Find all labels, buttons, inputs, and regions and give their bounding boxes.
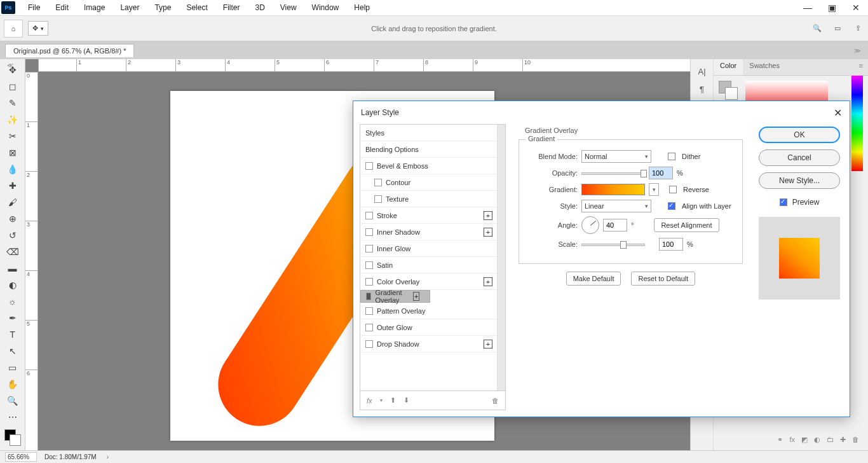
style-row-blending-options[interactable]: Blending Options <box>360 141 505 158</box>
menu-select[interactable]: Select <box>179 3 215 12</box>
move-up-icon[interactable]: ⬆ <box>390 396 396 404</box>
align-layer-checkbox[interactable] <box>668 202 675 210</box>
crop-tool[interactable]: ✂ <box>5 129 20 143</box>
panel-menu-icon[interactable]: ≡ <box>854 59 868 75</box>
foreground-background-swatch[interactable] <box>719 81 738 100</box>
frame-tool[interactable]: ⊠ <box>5 146 20 160</box>
link-icon[interactable]: ⚭ <box>777 436 783 444</box>
eyedropper-tool[interactable]: 💧 <box>5 162 20 176</box>
style-row-stroke[interactable]: Stroke+ <box>360 207 505 224</box>
add-effect-icon[interactable]: + <box>484 228 492 237</box>
marquee-tool[interactable]: ◻ <box>5 79 20 93</box>
gradient-editor[interactable] <box>581 184 645 195</box>
blur-tool[interactable]: ◐ <box>5 278 20 292</box>
adjustment-icon[interactable]: ◐ <box>814 436 820 444</box>
character-panel-icon[interactable]: A| <box>698 67 705 79</box>
new-layer-icon[interactable]: ✚ <box>840 436 846 444</box>
style-checkbox[interactable] <box>365 307 373 315</box>
trash-icon[interactable]: 🗑 <box>852 436 859 444</box>
shape-tool[interactable]: ▭ <box>5 361 20 375</box>
gradient-dropdown[interactable]: ▾ <box>649 183 659 196</box>
menu-layer[interactable]: Layer <box>112 3 147 12</box>
opacity-slider[interactable] <box>581 172 645 175</box>
reverse-checkbox[interactable] <box>669 186 677 193</box>
move-down-icon[interactable]: ⬇ <box>403 396 409 404</box>
home-button[interactable]: ⌂ <box>4 20 23 38</box>
gradient-tool[interactable]: ▬ <box>5 261 20 275</box>
style-row-texture[interactable]: Texture <box>360 191 505 207</box>
heal-tool[interactable]: ✚ <box>5 179 20 193</box>
angle-input[interactable] <box>603 219 627 232</box>
hand-tool[interactable]: ✋ <box>5 377 20 391</box>
hue-strip[interactable] <box>851 76 863 171</box>
menu-view[interactable]: View <box>273 3 304 12</box>
maximize-button[interactable]: ▣ <box>820 0 844 16</box>
dither-checkbox[interactable] <box>668 153 675 160</box>
menu-3d[interactable]: 3D <box>247 3 272 12</box>
menu-image[interactable]: Image <box>76 3 112 12</box>
collapse-tool-icon[interactable]: ≪ <box>1 62 20 68</box>
make-default-button[interactable]: Make Default <box>566 272 621 286</box>
workspace-icon[interactable]: ▭ <box>831 22 844 35</box>
add-effect-icon[interactable]: + <box>484 277 492 286</box>
search-icon[interactable]: 🔍 <box>811 22 824 35</box>
style-checkbox[interactable] <box>365 228 373 236</box>
add-effect-icon[interactable]: + <box>484 211 492 220</box>
minimize-button[interactable]: — <box>796 0 820 16</box>
style-checkbox[interactable] <box>365 212 373 219</box>
path-tool[interactable]: ↖ <box>5 344 20 358</box>
menu-file[interactable]: File <box>20 3 48 12</box>
mask-icon[interactable]: ◩ <box>801 436 808 444</box>
style-checkbox[interactable] <box>365 278 373 286</box>
style-row-gradient-overlay[interactable]: Gradient Overlay+ <box>360 290 430 303</box>
type-tool[interactable]: T <box>5 328 20 342</box>
add-effect-icon[interactable]: + <box>413 292 419 301</box>
dialog-titlebar[interactable]: Layer Style ✕ <box>353 101 850 124</box>
zoom-tool[interactable]: 🔍 <box>5 394 20 408</box>
dodge-tool[interactable]: ☼ <box>5 294 20 308</box>
style-select[interactable]: Linear▾ <box>581 200 651 212</box>
menu-window[interactable]: Window <box>304 3 347 12</box>
tab-swatches[interactable]: Swatches <box>743 59 786 75</box>
ok-button[interactable]: OK <box>759 127 840 143</box>
scale-slider[interactable] <box>581 244 645 246</box>
wand-tool[interactable]: ✨ <box>5 113 20 127</box>
angle-dial[interactable] <box>581 216 599 234</box>
style-checkbox[interactable] <box>374 195 382 203</box>
tab-color[interactable]: Color <box>714 59 743 75</box>
menu-type[interactable]: Type <box>147 3 179 12</box>
move-tool-dropdown[interactable]: ✥▾ <box>28 21 48 36</box>
fx-icon[interactable]: fx <box>789 436 795 444</box>
style-row-contour[interactable]: Contour <box>360 174 505 191</box>
close-icon[interactable]: ✕ <box>834 107 842 119</box>
style-checkbox[interactable] <box>365 340 373 348</box>
document-tab[interactable]: Original.psd @ 65.7% (A, RGB/8#) * <box>5 44 134 57</box>
color-swatch[interactable] <box>4 429 21 446</box>
stamp-tool[interactable]: ⊕ <box>5 212 20 226</box>
style-row-inner-glow[interactable]: Inner Glow <box>360 240 505 257</box>
style-checkbox[interactable] <box>374 179 382 186</box>
style-checkbox[interactable] <box>365 261 373 269</box>
fx-icon[interactable]: fx <box>367 397 372 404</box>
style-row-outer-glow[interactable]: Outer Glow <box>360 319 505 336</box>
reset-default-button[interactable]: Reset to Default <box>631 272 695 286</box>
style-row-color-overlay[interactable]: Color Overlay+ <box>360 273 505 290</box>
opacity-input[interactable] <box>649 167 673 179</box>
menu-filter[interactable]: Filter <box>215 3 248 12</box>
collapse-panels-icon[interactable]: ≫ <box>854 47 860 54</box>
more-tools[interactable]: ⋯ <box>5 410 20 424</box>
pen-tool[interactable]: ✒ <box>5 311 20 325</box>
menu-help[interactable]: Help <box>346 3 377 12</box>
scale-input[interactable] <box>659 238 683 251</box>
blend-mode-select[interactable]: Normal▾ <box>581 150 651 163</box>
eraser-tool[interactable]: ⌫ <box>5 245 20 259</box>
preview-checkbox[interactable] <box>780 198 787 206</box>
brush-tool[interactable]: 🖌 <box>5 195 20 209</box>
trash-icon[interactable]: 🗑 <box>492 397 499 404</box>
style-row-pattern-overlay[interactable]: Pattern Overlay <box>360 303 505 319</box>
style-row-drop-shadow[interactable]: Drop Shadow+ <box>360 336 505 352</box>
share-icon[interactable]: ⇪ <box>851 22 864 35</box>
style-checkbox[interactable] <box>365 162 373 170</box>
style-row-satin[interactable]: Satin <box>360 257 505 273</box>
style-row-bevel-emboss[interactable]: Bevel & Emboss <box>360 158 505 174</box>
